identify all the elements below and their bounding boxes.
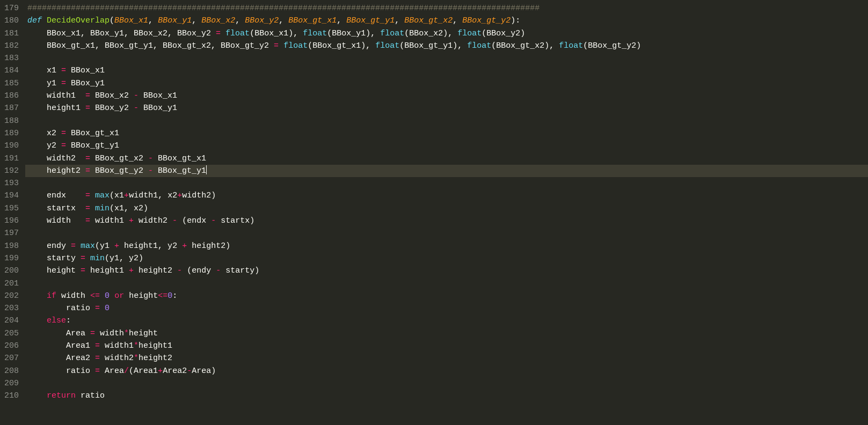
line-number: 206 xyxy=(4,340,19,352)
code-line[interactable]: width = width1 + width2 - (endx - startx… xyxy=(25,215,868,227)
code-token: width2) xyxy=(182,191,216,200)
code-token: = xyxy=(85,104,90,113)
code-token: - xyxy=(172,216,177,225)
code-token: width1 xyxy=(90,216,129,225)
code-token: (x1 xyxy=(110,191,124,200)
code-line[interactable]: Area = width*height xyxy=(25,327,868,340)
code-line[interactable]: width2 = BBox_gt_x2 - BBox_gt_x1 xyxy=(25,152,868,165)
code-token: width xyxy=(95,329,124,338)
code-token: (endx xyxy=(177,216,211,225)
line-number: 181 xyxy=(4,27,19,40)
code-area[interactable]: ########################################… xyxy=(25,0,868,405)
code-token: <= xyxy=(158,291,167,301)
code-token xyxy=(100,291,105,301)
code-line[interactable]: y2 = BBox_gt_y1 xyxy=(25,140,868,152)
code-line[interactable]: height = height1 + height2 - (endy - sta… xyxy=(25,265,868,277)
code-token: height1 xyxy=(138,341,172,350)
code-token: height1 xyxy=(27,104,85,113)
code-token: = xyxy=(216,29,221,38)
code-token: = xyxy=(85,216,90,225)
code-line[interactable] xyxy=(25,177,868,189)
code-token: Area xyxy=(27,329,90,338)
code-token: + xyxy=(124,191,129,200)
code-token: - xyxy=(211,216,216,225)
code-token: = xyxy=(71,241,76,251)
code-line[interactable] xyxy=(25,227,868,239)
code-token: - xyxy=(148,154,153,163)
code-token xyxy=(279,41,283,50)
code-token: = xyxy=(61,79,66,88)
line-number: 188 xyxy=(4,115,19,127)
code-token: : xyxy=(172,291,177,301)
code-token: height2) xyxy=(187,241,230,251)
code-line[interactable]: startx = min(x1, x2) xyxy=(25,202,868,215)
code-token: / xyxy=(124,367,129,376)
code-token: Area xyxy=(100,367,124,376)
code-token: float xyxy=(467,41,491,50)
code-line[interactable] xyxy=(25,277,868,290)
line-number: 185 xyxy=(4,77,19,90)
line-number: 202 xyxy=(4,290,19,302)
code-token: (BBox_gt_y1), xyxy=(399,41,467,50)
code-token: BBox_gt_x2 xyxy=(404,16,453,25)
code-token: BBox_x2 xyxy=(90,91,134,100)
code-token: = xyxy=(95,341,100,350)
code-token: max xyxy=(95,191,110,200)
code-line[interactable]: else: xyxy=(25,314,868,327)
code-token: , xyxy=(453,16,462,25)
code-token: = xyxy=(274,41,279,50)
code-token xyxy=(85,254,90,263)
code-token: float xyxy=(303,29,327,38)
code-token: (endy xyxy=(182,266,216,275)
code-token: (BBox_y2) xyxy=(482,29,525,38)
code-line[interactable]: y1 = BBox_y1 xyxy=(25,77,868,90)
code-token: = xyxy=(95,354,100,363)
code-line[interactable]: BBox_gt_x1, BBox_gt_y1, BBox_gt_x2, BBox… xyxy=(25,40,868,52)
code-token: min xyxy=(95,204,110,213)
code-line[interactable]: endy = max(y1 + height1, y2 + height2) xyxy=(25,240,868,252)
code-token xyxy=(221,29,225,38)
code-line[interactable]: ratio = 0 xyxy=(25,302,868,314)
code-line[interactable]: x1 = BBox_x1 xyxy=(25,64,868,77)
code-token: : xyxy=(66,316,71,325)
line-number: 183 xyxy=(4,52,19,64)
code-line[interactable]: endx = max(x1+width1, x2+width2) xyxy=(25,189,868,202)
code-token: = xyxy=(81,266,85,275)
code-editor[interactable]: 1791801811821831841851861871881891901911… xyxy=(0,0,868,405)
code-line[interactable]: height2 = BBox_gt_y2 - BBox_gt_y1 xyxy=(25,165,868,177)
code-token: float xyxy=(380,29,404,38)
code-line[interactable]: def DecideOverlap(BBox_x1, BBox_y1, BBox… xyxy=(25,14,868,27)
code-line[interactable]: if width <= 0 or height<=0: xyxy=(25,290,868,302)
line-number: 196 xyxy=(4,215,19,227)
code-line[interactable]: Area2 = width2*height2 xyxy=(25,352,868,364)
line-number: 184 xyxy=(4,64,19,77)
code-line[interactable]: return ratio xyxy=(25,390,868,402)
code-line[interactable] xyxy=(25,52,868,64)
code-line[interactable]: Area1 = width1*height1 xyxy=(25,340,868,352)
code-token: - xyxy=(216,266,221,275)
code-token: height1 xyxy=(85,266,129,275)
line-number: 190 xyxy=(4,140,19,152)
code-token: width xyxy=(56,291,90,301)
code-token: , xyxy=(235,16,245,25)
code-token: (BBox_gt_y2) xyxy=(583,41,641,50)
code-token: (BBox_gt_x1), xyxy=(308,41,375,50)
line-number: 187 xyxy=(4,102,19,114)
code-line[interactable]: height1 = BBox_y2 - BBox_y1 xyxy=(25,102,868,114)
code-line[interactable]: starty = min(y1, y2) xyxy=(25,252,868,265)
code-token: or xyxy=(114,291,124,301)
code-line[interactable] xyxy=(25,377,868,390)
code-token xyxy=(27,391,47,400)
code-line[interactable]: ratio = Area/(Area1+Area2-Area) xyxy=(25,365,868,377)
code-line[interactable]: x2 = BBox_gt_x1 xyxy=(25,127,868,140)
code-line[interactable]: width1 = BBox_x2 - BBox_x1 xyxy=(25,90,868,102)
text-cursor xyxy=(206,165,207,174)
code-line[interactable]: ########################################… xyxy=(25,2,868,14)
code-token xyxy=(27,316,47,325)
code-line[interactable]: BBox_x1, BBox_y1, BBox_x2, BBox_y2 = flo… xyxy=(25,27,868,40)
line-number: 210 xyxy=(4,390,19,402)
code-token: return xyxy=(47,391,76,400)
code-token: width2 xyxy=(100,354,134,363)
code-token: width2 xyxy=(27,154,85,163)
code-line[interactable] xyxy=(25,115,868,127)
